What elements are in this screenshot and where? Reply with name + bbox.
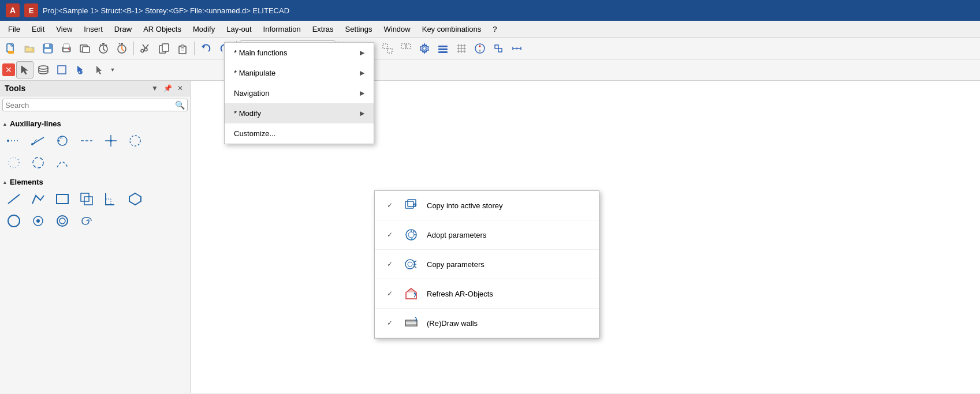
copy-button[interactable] [155,40,173,57]
select-btn[interactable] [16,61,33,78]
close-red-button[interactable]: ✕ [2,63,15,76]
dotted-circle-tool[interactable] [2,152,25,173]
menu-modify[interactable]: * Modify ▶ [225,103,374,123]
compass-btn[interactable] [471,40,489,57]
search-input[interactable] [5,101,175,110]
svg-rect-90 [405,320,417,326]
tools-pin-btn[interactable]: ▼ [150,83,160,93]
menu-key-combinations[interactable]: Key combinations [416,22,487,36]
arrow-icon: ▶ [360,110,364,117]
menu-manipulate[interactable]: * Manipulate ▶ [225,63,374,83]
cross-line-tool[interactable] [99,130,122,151]
cut-button[interactable] [137,40,154,57]
svg-rect-32 [438,48,448,50]
arc-dotted-tool[interactable] [124,130,147,151]
svg-point-73 [59,218,65,224]
layers2-btn[interactable] [35,61,52,78]
svg-point-55 [58,140,60,142]
menu-view[interactable]: View [50,22,78,36]
svg-point-53 [31,143,33,145]
adopt-parameters-item[interactable]: ✓ Adopt parameters [375,220,599,250]
title-text: Proj:<Sample 1> Struct:<B-1> Storey:<GF>… [43,6,289,15]
polygon-tool[interactable] [124,189,147,209]
save-button[interactable] [39,40,57,57]
paste-button[interactable] [174,40,191,57]
copy-box-btn[interactable] [379,40,396,57]
undo-button[interactable] [198,40,215,57]
copy-screen-button[interactable] [76,40,94,57]
copy-parameters-item[interactable]: ✓ Copy parameters [375,250,599,279]
menu-extras[interactable]: Extras [307,22,340,36]
menu-navigation[interactable]: Navigation ▶ [225,83,374,103]
copy-box2-btn[interactable] [397,40,415,57]
tools-pin2-btn[interactable]: 📌 [162,83,173,93]
svg-rect-42 [498,48,502,52]
check-icon: ✓ [384,290,396,298]
menu-lay-out[interactable]: Lay-out [221,22,257,36]
cursor-btn[interactable] [90,61,107,78]
circle-tool[interactable] [2,211,25,231]
svg-marker-88 [406,288,416,292]
auxiliary-lines-header: Auxiliary-lines [2,119,188,128]
menu-file[interactable]: File [2,22,26,36]
rectangle-tool[interactable] [51,189,74,209]
rect-select-tool[interactable] [75,189,98,209]
dashed-line-tool[interactable] [75,130,98,151]
check-icon: ✓ [384,201,396,209]
redraw-walls-icon [404,316,419,331]
copy-active-storey-item[interactable]: ✓ Copy into active storey [375,191,599,220]
dot-line-tool[interactable] [2,130,25,151]
open-button[interactable] [21,40,38,57]
svg-rect-3 [8,51,14,54]
polyline-tool[interactable] [27,189,50,209]
menu-settings[interactable]: Settings [339,22,378,36]
check-icon: ✓ [384,260,396,268]
gear-btn[interactable] [416,40,433,57]
layers-btn[interactable] [434,40,452,57]
menu-main-functions[interactable]: * Main functions ▶ [225,43,374,63]
refresh-ar-objects-item[interactable]: ✓ Refresh AR-Objects [375,279,599,309]
timer2-button[interactable] [113,40,131,57]
menu-draw[interactable]: Draw [109,22,137,36]
dot-tool[interactable] [27,211,50,231]
svg-rect-41 [495,45,498,48]
menu-window[interactable]: Window [378,22,416,36]
redraw-walls-item[interactable]: ✓ (Re)Draw walls [375,309,599,338]
measure-btn[interactable] [508,40,526,57]
svg-point-10 [68,48,69,50]
l-shape-tool[interactable] [99,189,122,209]
timer1-button[interactable] [95,40,112,57]
svg-marker-68 [129,193,141,205]
svg-point-72 [57,216,68,226]
arrow-icon: ▶ [360,49,364,57]
svg-text:n: n [60,136,62,140]
dash-circle-tool[interactable] [27,152,50,173]
svg-rect-27 [387,48,392,53]
print-button[interactable] [58,40,75,57]
menu-ar-objects[interactable]: AR Objects [137,22,187,36]
box-btn[interactable] [53,61,70,78]
new-button[interactable] [2,40,20,57]
svg-rect-26 [383,44,387,48]
circle-line-tool[interactable]: n [51,130,74,151]
menu-information[interactable]: Information [258,22,307,36]
modify-submenu: ✓ Copy into active storey ✓ [374,190,599,339]
angle-line-tool[interactable] [27,130,50,151]
svg-point-86 [408,262,412,267]
ring-tool[interactable] [51,211,74,231]
pointer-btn[interactable] [72,61,89,78]
search-icon: 🔍 [175,100,185,110]
menu-insert[interactable]: Insert [78,22,109,36]
tools-close-btn[interactable]: ✕ [175,83,185,93]
grid-btn[interactable] [453,40,470,57]
dropdown-arrow-btn[interactable]: ▼ [109,61,117,78]
menu-edit[interactable]: Edit [26,22,50,36]
title-bar: A E Proj:<Sample 1> Struct:<B-1> Storey:… [0,0,980,21]
spiral-tool[interactable] [75,211,98,231]
menu-help[interactable]: ? [487,22,502,36]
menu-modify[interactable]: Modify [187,22,221,36]
menu-customize[interactable]: Customize... [225,123,374,144]
line-tool[interactable] [2,189,25,209]
special-arc-tool[interactable] [51,152,74,173]
snap-btn[interactable] [490,40,507,57]
